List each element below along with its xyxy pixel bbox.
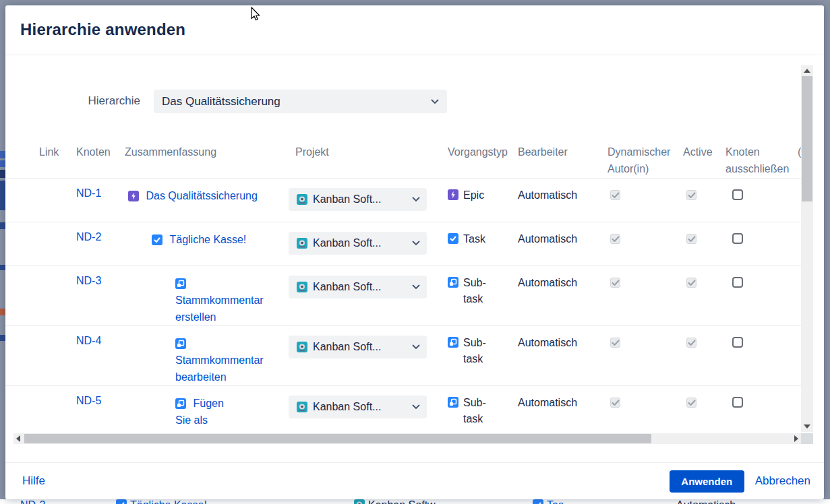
dynamic-author-checkbox xyxy=(610,278,620,288)
background-issue-type: Tas xyxy=(547,499,564,504)
active-checkbox xyxy=(686,234,696,244)
background-node-link: ND-2 xyxy=(20,499,45,504)
assignee-value: Automatisch xyxy=(512,222,602,265)
project-avatar-icon xyxy=(354,499,365,504)
project-avatar-icon xyxy=(297,402,307,412)
column-header-issue-type: Vorgangstyp xyxy=(444,141,512,178)
column-header-summary: Zusammenfassung xyxy=(125,141,289,178)
summary-link[interactable]: Stammkommentar bearbeiten xyxy=(175,354,264,383)
project-select[interactable]: Kanban Soft... xyxy=(289,232,427,255)
project-select-value: Kanban Soft... xyxy=(313,401,412,413)
summary-link[interactable]: Stammkommentar erstellen xyxy=(175,294,264,323)
project-avatar-icon xyxy=(297,238,307,249)
background-sidebar-fragment xyxy=(0,265,5,270)
background-sidebar-fragment xyxy=(0,222,5,229)
node-link[interactable]: ND-3 xyxy=(76,275,101,286)
background-sidebar-fragment xyxy=(0,181,5,210)
dialog-title: Hierarchie anwenden xyxy=(20,20,185,39)
column-header-node: Knoten xyxy=(76,141,125,178)
project-avatar-icon xyxy=(297,282,307,292)
background-project: Kanban Softw... xyxy=(368,499,444,504)
column-header-dynamic-author: Dynamischer Autor(in) xyxy=(602,141,678,178)
scroll-up-arrow[interactable] xyxy=(804,69,810,73)
cancel-link[interactable]: Abbrechen xyxy=(755,474,810,488)
background-sidebar-fragment xyxy=(0,335,5,341)
apply-button[interactable]: Anwenden xyxy=(670,470,744,493)
link-cell xyxy=(39,386,76,432)
task-icon xyxy=(116,499,127,504)
project-select[interactable]: Kanban Soft... xyxy=(289,276,427,298)
chevron-down-icon xyxy=(412,241,420,246)
hierarchy-label: Hierarchie xyxy=(46,94,140,108)
summary-link[interactable]: Tägliche Kasse! xyxy=(169,234,246,245)
active-checkbox xyxy=(686,278,696,288)
link-cell xyxy=(39,326,76,385)
chevron-down-icon xyxy=(412,284,420,290)
assignee-value: Automatisch xyxy=(512,326,602,385)
project-select[interactable]: Kanban Soft... xyxy=(289,336,427,358)
help-link[interactable]: Hilfe xyxy=(22,474,45,488)
active-checkbox xyxy=(686,338,696,348)
scrollbar-corner xyxy=(801,433,813,444)
mouse-cursor xyxy=(251,7,262,22)
task-icon xyxy=(448,233,458,244)
background-assignee: Automatisch xyxy=(676,499,736,504)
horizontal-scrollbar-thumb[interactable] xyxy=(24,434,651,443)
subtask-icon xyxy=(448,277,458,288)
table-row: ND-1 Das Qualitätssicherung Kanban Soft.… xyxy=(5,179,801,222)
task-icon xyxy=(533,499,543,504)
dynamic-author-checkbox xyxy=(610,338,620,348)
issue-type-label: Sub-task xyxy=(463,395,504,427)
scroll-down-arrow[interactable] xyxy=(804,424,810,429)
vertical-scrollbar-thumb[interactable] xyxy=(802,76,812,201)
subtask-icon xyxy=(448,397,458,408)
project-select-value: Kanban Soft... xyxy=(313,341,412,353)
summary-link[interactable]: Das Qualitätssicherung xyxy=(146,190,257,201)
issue-type-label: Task xyxy=(463,231,485,247)
scroll-right-arrow[interactable] xyxy=(794,435,798,442)
link-cell xyxy=(39,179,76,222)
project-select[interactable]: Kanban Soft... xyxy=(289,396,427,418)
issue-type-label: Epic xyxy=(463,187,484,203)
table-header-row: Link Knoten Zusammenfassung Projekt Vorg… xyxy=(5,141,801,179)
subtask-icon xyxy=(448,337,458,348)
assignee-value: Automatisch xyxy=(512,179,602,222)
project-avatar-icon xyxy=(297,342,307,352)
node-link[interactable]: ND-1 xyxy=(76,187,101,199)
background-summary-link: Tägliche Kasse! xyxy=(130,499,207,504)
epic-icon xyxy=(128,189,139,200)
exclude-node-checkbox[interactable] xyxy=(732,337,743,348)
project-select-value: Kanban Soft... xyxy=(313,281,412,293)
dialog-scroll-area: Hierarchie Das Qualitätssicherung Link K… xyxy=(5,55,801,432)
exclude-node-checkbox[interactable] xyxy=(732,189,743,200)
exclude-node-checkbox[interactable] xyxy=(732,277,743,288)
project-select-value: Kanban Soft... xyxy=(313,193,412,206)
scroll-left-arrow[interactable] xyxy=(16,435,20,442)
active-checkbox xyxy=(686,190,696,200)
issue-type-label: Sub-task xyxy=(463,335,504,367)
project-select-value: Kanban Soft... xyxy=(313,237,412,249)
node-link[interactable]: ND-2 xyxy=(76,231,101,243)
dialog-footer: Hilfe Anwenden Abbrechen xyxy=(5,462,824,499)
link-cell xyxy=(39,266,76,325)
active-checkbox xyxy=(686,398,696,408)
column-header-assignee: Bearbeiter xyxy=(512,141,602,178)
vertical-scrollbar[interactable] xyxy=(801,65,813,432)
node-link[interactable]: ND-5 xyxy=(76,395,101,406)
node-link[interactable]: ND-4 xyxy=(76,335,101,346)
project-select[interactable]: Kanban Soft... xyxy=(289,188,427,211)
column-header-active: Active xyxy=(678,141,720,178)
exclude-node-checkbox[interactable] xyxy=(732,233,743,244)
subtask-icon xyxy=(175,337,186,348)
background-sidebar-fragment xyxy=(0,170,5,178)
hierarchy-select[interactable]: Das Qualitätssicherung xyxy=(154,90,447,113)
assignee-value: Automatisch xyxy=(512,386,602,432)
issue-type-label: Sub-task xyxy=(463,275,504,307)
apply-hierarchy-dialog: Hierarchie anwenden Hierarchie Das Quali… xyxy=(5,5,824,499)
hierarchy-select-value: Das Qualitätssicherung xyxy=(162,95,431,108)
exclude-node-checkbox[interactable] xyxy=(732,397,743,408)
chevron-down-icon xyxy=(412,197,420,202)
table-row: ND-3 Stammkommentar erstellen Kanban Sof… xyxy=(5,266,801,326)
horizontal-scrollbar[interactable] xyxy=(13,433,801,444)
background-sidebar-fragment xyxy=(0,160,5,167)
